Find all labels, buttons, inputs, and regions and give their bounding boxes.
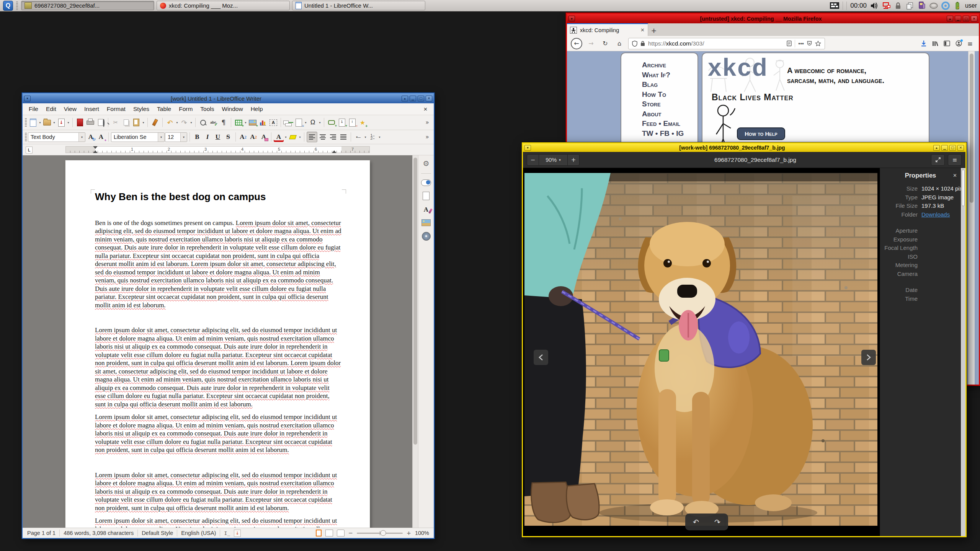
new-document-icon[interactable] <box>28 117 38 127</box>
sidebars-icon[interactable] <box>944 41 950 46</box>
next-image-button[interactable] <box>861 350 876 365</box>
highlight-color-icon[interactable] <box>288 132 298 142</box>
page-actions-icon[interactable]: ••• <box>798 41 804 47</box>
status-language[interactable]: English (USA) <box>181 530 216 536</box>
bullet-dropdown-icon[interactable]: ▾ <box>364 132 367 142</box>
bold-icon[interactable]: B <box>192 132 202 142</box>
menu-view[interactable]: View <box>60 104 80 114</box>
app-menu-button[interactable]: Q <box>3 1 13 11</box>
sidebar-settings-icon[interactable]: ⚙ <box>423 159 429 168</box>
italic-icon[interactable]: I <box>203 132 212 142</box>
paste-dropdown-icon[interactable]: ▾ <box>142 118 145 127</box>
redo-dropdown-icon[interactable]: ▾ <box>189 118 193 127</box>
field-dropdown-icon[interactable]: ▾ <box>304 118 307 127</box>
properties-close-icon[interactable]: ✕ <box>950 173 957 178</box>
font-size-combo[interactable]: 12▾ <box>165 132 187 142</box>
firefox-titlebar[interactable]: ▾ [untrusted] xkcd: Compiling __ Mozilla… <box>567 14 979 23</box>
rotate-right-icon[interactable]: ↷ <box>714 518 720 526</box>
status-zoom[interactable]: 100% <box>415 530 429 536</box>
menu-help[interactable]: Help <box>247 104 267 114</box>
reader-view-icon[interactable] <box>787 41 792 46</box>
cut-icon[interactable]: ✂ <box>111 117 121 127</box>
align-right-icon[interactable] <box>328 132 338 142</box>
menu-form[interactable]: Form <box>175 104 196 114</box>
xkcd-link-howto[interactable]: How To <box>642 90 697 99</box>
menu-styles[interactable]: Styles <box>129 104 153 114</box>
dog-photo[interactable] <box>524 173 877 526</box>
taskbar-window-writer[interactable]: Untitled 1 - LibreOffice W... <box>292 1 425 10</box>
page-scrollbar[interactable] <box>968 51 975 385</box>
paste-icon[interactable] <box>131 117 141 127</box>
xkcd-link-whatif[interactable]: What If? <box>642 70 697 80</box>
zoom-slider-knob[interactable] <box>381 530 386 536</box>
insert-field-icon[interactable]: ≡ <box>294 117 304 127</box>
hamburger-menu-icon[interactable]: ≡ <box>967 40 973 47</box>
document-area[interactable]: Why Ben is the best dog on campus Ben is… <box>23 155 412 528</box>
undo-dropdown-icon[interactable]: ▾ <box>175 118 179 127</box>
toolbar-overflow-icon[interactable]: » <box>422 132 432 142</box>
bullet-list-icon[interactable]: •– <box>353 132 363 142</box>
pocket-icon[interactable] <box>807 41 812 46</box>
maximize-button[interactable]: □ <box>949 145 956 151</box>
minimize-button[interactable]: ▁ <box>955 16 961 21</box>
xkcd-link-store[interactable]: Store <box>642 99 697 109</box>
viewer-titlebar[interactable]: ▾ [work-web] 6968727080_29ecef8af7_b.jpg… <box>523 143 965 152</box>
print-preview-icon[interactable] <box>96 117 106 127</box>
menu-edit[interactable]: Edit <box>42 104 60 114</box>
document-page[interactable]: Why Ben is the best dog on campus Ben is… <box>65 160 370 528</box>
taskbar-window-firefox[interactable]: xkcd: Compiling ___ Moz... <box>157 1 290 10</box>
find-replace-icon[interactable] <box>198 117 208 127</box>
page-break-icon[interactable] <box>283 117 293 127</box>
toolbar-overflow-icon[interactable]: » <box>422 117 432 127</box>
zoom-out-icon[interactable]: − <box>348 530 353 536</box>
scrollbar-thumb[interactable] <box>962 170 965 206</box>
underline-icon[interactable]: U <box>213 132 223 142</box>
spelling-icon[interactable]: abc✓ <box>208 117 218 127</box>
sidebar-page-icon[interactable] <box>423 192 430 200</box>
home-button[interactable]: ⌂ <box>614 38 625 49</box>
maximize-button[interactable]: □ <box>963 16 969 21</box>
forward-button[interactable]: → <box>586 38 596 49</box>
align-justify-icon[interactable] <box>338 132 348 142</box>
url-bar[interactable]: https://xkcd.com/303/ ••• <box>628 38 825 49</box>
close-button[interactable]: ✕ <box>426 96 432 101</box>
sidebar-properties-icon[interactable] <box>421 179 431 186</box>
export-pdf-icon[interactable] <box>75 117 85 127</box>
subscript-icon[interactable]: A2 <box>248 132 258 142</box>
xkcd-link-archive[interactable]: Archive <box>642 60 697 70</box>
menu-insert[interactable]: Insert <box>80 104 103 114</box>
footnote-icon[interactable]: 1+ <box>337 117 347 127</box>
print-icon[interactable] <box>85 117 95 127</box>
numbered-dropdown-icon[interactable]: ▾ <box>378 132 381 142</box>
battery-icon[interactable] <box>953 2 962 10</box>
tab-xkcd[interactable]: xkcd: Compiling ✕ <box>567 23 648 36</box>
open-dropdown-icon[interactable]: ▾ <box>52 118 56 127</box>
align-center-icon[interactable] <box>318 132 328 142</box>
clipboard-pages-icon[interactable] <box>906 2 914 10</box>
shade-button[interactable]: ▴ <box>947 16 953 21</box>
insert-table-icon[interactable]: + <box>234 117 243 127</box>
keyboard-layout-icon[interactable] <box>830 2 839 9</box>
highlight-dropdown-icon[interactable]: ▾ <box>298 132 302 142</box>
close-button[interactable]: ✕ <box>971 16 977 21</box>
paragraph-style-combo[interactable]: Text Body▾ <box>28 132 85 142</box>
special-character-icon[interactable]: Ω <box>308 117 318 127</box>
new-style-icon[interactable]: A+ <box>96 132 106 142</box>
zoom-in-icon[interactable]: + <box>407 530 411 536</box>
single-page-view-icon[interactable] <box>316 530 322 536</box>
lock-icon[interactable] <box>894 2 902 10</box>
back-button[interactable]: ← <box>571 38 582 49</box>
window-menu-icon[interactable]: ▾ <box>524 145 531 151</box>
minimize-button[interactable]: ▁ <box>941 145 948 151</box>
xkcd-link-feed-email[interactable]: Feed • Email <box>642 119 697 129</box>
url-text[interactable]: https://xkcd.com/303/ <box>648 40 704 47</box>
numbered-list-icon[interactable]: 1–2– <box>368 132 377 142</box>
document-scrollbar[interactable] <box>412 155 418 528</box>
book-view-icon[interactable] <box>337 530 345 536</box>
reload-button[interactable]: ↻ <box>600 38 611 49</box>
clear-formatting-icon[interactable]: A <box>259 132 269 142</box>
tab-stop-selector[interactable]: L <box>26 147 33 153</box>
hyperlink-icon[interactable]: + <box>327 117 336 127</box>
unsaved-changes-icon[interactable]: ↓ <box>234 530 241 537</box>
tab-close-icon[interactable]: ✕ <box>640 27 645 33</box>
